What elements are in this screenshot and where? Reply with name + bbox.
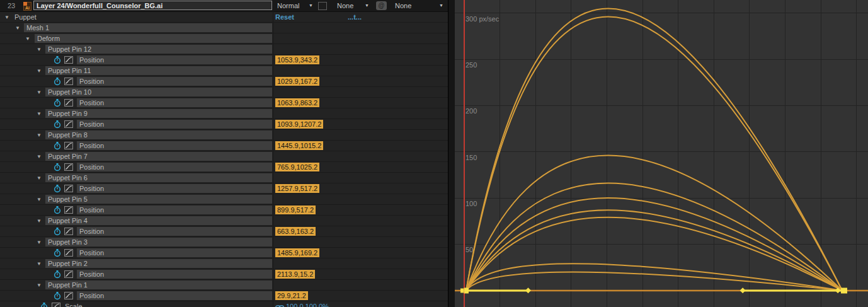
position-label-bar[interactable]: Position	[77, 120, 272, 129]
stopwatch-icon[interactable]	[40, 303, 48, 307]
stopwatch-icon[interactable]	[54, 206, 61, 216]
collapse-triangle-icon[interactable]: ▼	[37, 261, 42, 267]
position-label-bar[interactable]: Position	[77, 98, 272, 107]
collapse-triangle-icon[interactable]: ▼	[37, 68, 42, 74]
position-label-bar[interactable]: Position	[77, 55, 272, 64]
position-property-row[interactable]: Position2113.9,15.2	[0, 269, 448, 280]
collapse-triangle-icon[interactable]: ▼	[37, 47, 42, 52]
position-value-badge[interactable]: 1029.9,167.2	[275, 77, 319, 86]
position-label-bar[interactable]: Position	[77, 77, 272, 86]
stopwatch-icon[interactable]	[54, 78, 61, 87]
puppet-pin-label-bar[interactable]: Puppet Pin 2	[45, 259, 272, 268]
deform-label-bar[interactable]: Deform	[35, 34, 272, 43]
puppet-pin-label-bar[interactable]: Puppet Pin 6	[45, 173, 272, 182]
collapse-triangle-icon[interactable]: ▼	[37, 175, 42, 181]
position-value-badge[interactable]: 1485.9,169.2	[275, 248, 319, 257]
graph-editor-icon[interactable]	[64, 292, 73, 301]
puppet-pin-label-bar[interactable]: Puppet Pin 5	[45, 195, 272, 204]
graph-editor-icon[interactable]	[52, 303, 60, 307]
deform-group-row[interactable]: ▼ Deform	[0, 33, 448, 44]
layer-row[interactable]: 23 Ai Layer 24/Wonderfull_Counselor_BG.a…	[0, 0, 448, 12]
blend-mode-arrow-icon[interactable]: ▼	[309, 3, 313, 8]
position-value-badge[interactable]: 29.9,21.2	[275, 291, 308, 300]
graph-editor-icon[interactable]	[64, 56, 73, 65]
position-property-row[interactable]: Position1053.9,343.2	[0, 55, 448, 66]
stopwatch-icon[interactable]	[54, 163, 61, 173]
track-matte-swatch[interactable]	[318, 2, 327, 10]
position-label-bar[interactable]: Position	[77, 291, 272, 300]
graph-editor-icon[interactable]	[64, 120, 73, 129]
position-property-row[interactable]: Position765.9,1025.2	[0, 162, 448, 173]
position-value-badge[interactable]: 663.9,163.2	[275, 227, 316, 236]
position-label-bar[interactable]: Position	[77, 206, 272, 214]
position-label-bar[interactable]: Position	[77, 248, 272, 257]
scale-value[interactable]: 100.0,100.0%	[286, 303, 329, 307]
puppet-pin-group-row[interactable]: ▼Puppet Pin 12	[0, 44, 448, 55]
keyframe-square[interactable]	[841, 288, 847, 294]
position-label-bar[interactable]: Position	[77, 184, 272, 193]
position-value-badge[interactable]: 1053.9,343.2	[275, 55, 319, 64]
puppet-pin-label-bar[interactable]: Puppet Pin 4	[45, 216, 272, 225]
position-value-badge[interactable]: 1093.9,1207.2	[275, 120, 323, 129]
collapse-triangle-icon[interactable]: ▼	[37, 111, 42, 117]
graph-editor-icon[interactable]	[64, 228, 73, 236]
collapse-triangle-icon[interactable]: ▼	[4, 14, 9, 20]
constrain-link-icon[interactable]	[275, 304, 284, 307]
stopwatch-icon[interactable]	[54, 292, 61, 301]
puppet-pin-label-bar[interactable]: Puppet Pin 8	[45, 130, 272, 139]
stopwatch-icon[interactable]	[54, 249, 61, 258]
mesh-group-row[interactable]: ▼ Mesh 1	[0, 23, 448, 33]
position-property-row[interactable]: Position663.9,163.2	[0, 226, 448, 237]
collapse-triangle-icon[interactable]: ▼	[37, 132, 42, 138]
position-value-badge[interactable]: 1445.9,1015.2	[275, 141, 323, 150]
graph-editor-icon[interactable]	[64, 78, 73, 86]
reset-link[interactable]: Reset	[275, 13, 294, 21]
puppet-pin-group-row[interactable]: ▼Puppet Pin 2	[0, 258, 448, 269]
collapse-triangle-icon[interactable]: ▼	[37, 154, 42, 159]
puppet-group-row[interactable]: ▼ Puppet Reset ...t...	[0, 12, 448, 23]
puppet-pin-label-bar[interactable]: Puppet Pin 11	[45, 66, 272, 75]
puppet-pin-label-bar[interactable]: Puppet Pin 7	[45, 152, 272, 161]
parent-pickwhip-icon[interactable]: @	[376, 1, 387, 10]
position-value-badge[interactable]: 2113.9,15.2	[275, 270, 315, 279]
graph-editor-icon[interactable]	[64, 142, 73, 151]
puppet-pin-group-row[interactable]: ▼Puppet Pin 6	[0, 173, 448, 183]
animation-preset-link[interactable]: ...t...	[348, 13, 362, 21]
position-label-bar[interactable]: Position	[77, 141, 272, 150]
blend-mode-dropdown[interactable]: Normal	[277, 2, 299, 9]
graph-editor-icon[interactable]	[64, 99, 73, 108]
keyframe-square[interactable]	[460, 289, 464, 293]
graph-editor-icon[interactable]	[64, 206, 73, 215]
puppet-pin-group-row[interactable]: ▼Puppet Pin 3	[0, 237, 448, 248]
puppet-pin-label-bar[interactable]: Puppet Pin 3	[45, 238, 272, 246]
position-property-row[interactable]: Position1445.9,1015.2	[0, 141, 448, 151]
position-label-bar[interactable]: Position	[77, 227, 272, 236]
collapse-triangle-icon[interactable]: ▼	[37, 90, 42, 95]
track-matte-arrow-icon[interactable]: ▼	[365, 3, 369, 8]
collapse-triangle-icon[interactable]: ▼	[37, 197, 42, 202]
graph-editor-icon[interactable]	[64, 185, 73, 194]
graph-editor-icon[interactable]	[64, 163, 73, 172]
position-property-row[interactable]: Position1257.9,517.2	[0, 183, 448, 194]
parent-arrow-icon[interactable]: ▼	[439, 3, 443, 8]
puppet-pin-group-row[interactable]: ▼Puppet Pin 4	[0, 216, 448, 226]
puppet-pin-group-row[interactable]: ▼Puppet Pin 1	[0, 280, 448, 291]
position-property-row[interactable]: Position1029.9,167.2	[0, 76, 448, 87]
puppet-pin-label-bar[interactable]: Puppet Pin 1	[45, 281, 272, 289]
puppet-pin-group-row[interactable]: ▼Puppet Pin 7	[0, 151, 448, 162]
stopwatch-icon[interactable]	[54, 270, 61, 280]
stopwatch-icon[interactable]	[54, 56, 61, 66]
layer-name-field[interactable]: Layer 24/Wonderfull_Counselor_BG.ai	[33, 1, 272, 10]
position-property-row[interactable]: Position1093.9,1207.2	[0, 119, 448, 130]
stopwatch-icon[interactable]	[54, 142, 61, 151]
stopwatch-icon[interactable]	[54, 185, 61, 194]
collapse-triangle-icon[interactable]: ▼	[37, 218, 42, 224]
position-value-badge[interactable]: 765.9,1025.2	[275, 163, 319, 171]
position-property-row[interactable]: Position1485.9,169.2	[0, 248, 448, 258]
puppet-pin-label-bar[interactable]: Puppet Pin 12	[45, 45, 272, 54]
collapse-triangle-icon[interactable]: ▼	[25, 36, 30, 42]
graph-editor-icon[interactable]	[64, 249, 73, 258]
position-value-badge[interactable]: 899.9,517.2	[275, 206, 316, 214]
position-label-bar[interactable]: Position	[77, 270, 272, 279]
graph-background[interactable]	[455, 0, 868, 307]
